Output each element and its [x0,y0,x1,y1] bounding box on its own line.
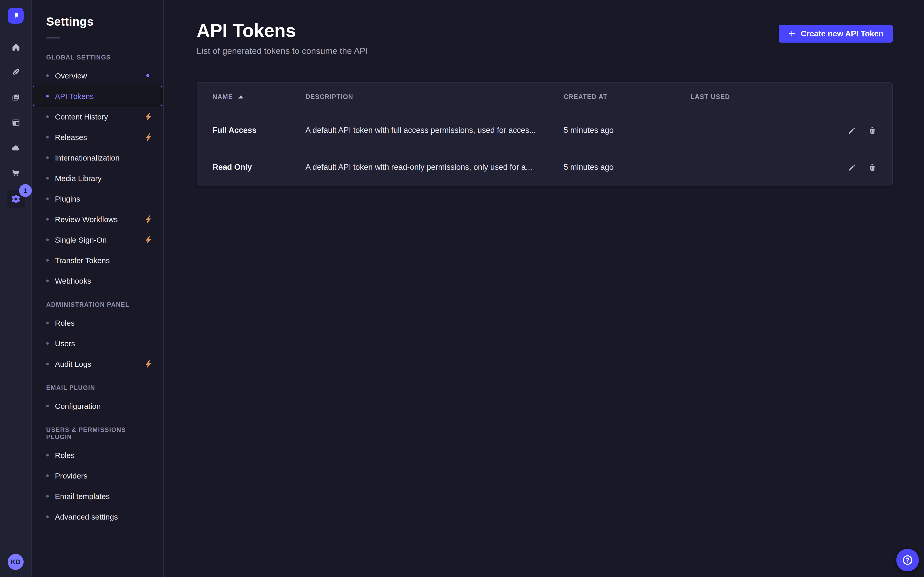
content-type-builder-icon[interactable] [11,118,20,127]
subnav-item-label: Users [55,339,75,348]
trash-icon [868,163,877,172]
column-header-name[interactable]: NAME [213,93,305,100]
lightning-bolt-icon [145,236,152,243]
lightning-bolt-icon [145,113,152,120]
rail-divider-bottom [0,545,31,545]
bullet-icon [46,279,49,282]
column-header-created-at: CREATED AT [564,93,690,100]
subnav-item-content-history[interactable]: Content History [32,106,163,127]
bullet-icon [46,156,49,159]
create-api-token-button[interactable]: Create new API Token [779,25,893,43]
strapi-admin-app: 1 KD Settings GLOBAL SETTINGS Overview A… [0,0,924,577]
subnav-sections: GLOBAL SETTINGS Overview API Tokens Cont… [32,44,163,527]
subnav-item-media-library[interactable]: Media Library [32,168,163,188]
bullet-icon [46,259,49,261]
page-header-text: API Tokens List of generated tokens to c… [197,21,368,56]
subnav-item-webhooks[interactable]: Webhooks [32,270,163,291]
subnav-item-audit-logs[interactable]: Audit Logs [32,353,163,374]
subnav-item-label: Providers [55,471,87,480]
bullet-icon [46,115,49,118]
subnav-item-releases[interactable]: Releases [32,127,163,147]
bullet-icon [46,74,49,77]
bullet-icon [46,238,49,241]
subnav-item-label: Releases [55,132,87,141]
content-manager-feather-icon[interactable] [11,68,20,77]
subnav-item-transfer-tokens[interactable]: Transfer Tokens [32,250,163,270]
subnav-item-label: Roles [55,451,75,459]
column-header-name-label: NAME [213,93,233,100]
strapi-logo-icon [10,10,21,21]
row-actions [833,126,877,135]
strapi-logo[interactable] [8,8,24,24]
edit-token-button[interactable] [848,126,856,135]
subnav-item-label: Media Library [55,174,102,182]
home-icon[interactable] [11,43,20,52]
subnav-title-rule [46,37,60,39]
subnav-item-single-sign-on[interactable]: Single Sign-On [32,229,163,250]
subnav-item-admin-users[interactable]: Users [32,333,163,353]
section-label-global-settings: GLOBAL SETTINGS [32,54,163,61]
bullet-icon [46,177,49,179]
subnav-item-label: Plugins [55,194,80,203]
overview-notification-dot-icon [146,74,149,77]
lightning-bolt-icon [145,133,152,141]
help-button[interactable] [896,549,919,571]
edit-token-button[interactable] [848,163,856,172]
bullet-icon [46,342,49,344]
subnav-item-label: Roles [55,318,75,327]
lightning-bolt-icon [145,215,152,223]
table-row[interactable]: Read Only A default API token with read-… [197,148,892,185]
section-label-email-plugin: EMAIL PLUGIN [32,384,163,391]
subnav-item-overview[interactable]: Overview [32,65,163,85]
delete-token-button[interactable] [868,126,877,135]
settings-gear-icon [11,194,21,204]
subnav-item-label: Advanced settings [55,512,118,521]
token-name: Read Only [213,163,305,172]
subnav-item-internationalization[interactable]: Internationalization [32,147,163,168]
bullet-icon [46,218,49,220]
subnav-item-email-templates[interactable]: Email templates [32,486,163,506]
table-row[interactable]: Full Access A default API token with ful… [197,111,892,148]
subnav-item-review-workflows[interactable]: Review Workflows [32,209,163,229]
bullet-icon [46,197,49,200]
section-label-users-permissions-plugin: USERS & PERMISSIONS PLUGIN [32,426,163,440]
column-header-last-used: LAST USED [690,93,833,100]
subnav-item-label: Internationalization [55,153,120,162]
subnav-item-email-configuration[interactable]: Configuration [32,395,163,416]
subnav-item-up-roles[interactable]: Roles [32,445,163,465]
subnav-item-admin-roles[interactable]: Roles [32,312,163,333]
marketplace-cart-icon[interactable] [11,168,20,177]
subnav-item-providers[interactable]: Providers [32,465,163,486]
page-subtitle: List of generated tokens to consume the … [197,46,368,56]
subnav-title: Settings [46,15,151,29]
subnav-item-label: Configuration [55,401,101,410]
subnav-item-label: Review Workflows [55,214,118,223]
media-library-icon[interactable] [11,93,20,102]
subnav-item-label: Transfer Tokens [55,256,110,264]
subnav-item-label: Overview [55,71,87,80]
bullet-icon [46,321,49,324]
token-description: A default API token with read-only permi… [305,163,564,172]
create-api-token-label: Create new API Token [801,29,884,38]
subnav-item-label: API Tokens [55,92,94,100]
bullet-icon [46,495,49,497]
token-description: A default API token with full access per… [305,126,564,135]
cloud-icon[interactable] [11,143,20,152]
api-tokens-table: NAME DESCRIPTION CREATED AT LAST USED Fu… [197,82,893,186]
subnav-item-advanced-settings[interactable]: Advanced settings [32,506,163,527]
bullet-icon [46,135,49,138]
settings-subnav: Settings GLOBAL SETTINGS Overview API To… [32,0,164,577]
subnav-item-api-tokens[interactable]: API Tokens [33,85,162,106]
rail-bottom: KD [0,545,31,577]
column-header-description: DESCRIPTION [305,93,564,100]
user-avatar[interactable]: KD [8,554,24,570]
bullet-icon [46,95,49,97]
rail-divider-top [0,31,31,31]
delete-token-button[interactable] [868,163,877,172]
settings-nav-button[interactable]: 1 [6,190,25,208]
sort-ascending-icon[interactable] [238,95,243,98]
page-header: API Tokens List of generated tokens to c… [197,21,893,56]
subnav-item-plugins[interactable]: Plugins [32,188,163,209]
subnav-item-label: Single Sign-On [55,235,107,244]
notification-badge: 1 [19,184,32,197]
